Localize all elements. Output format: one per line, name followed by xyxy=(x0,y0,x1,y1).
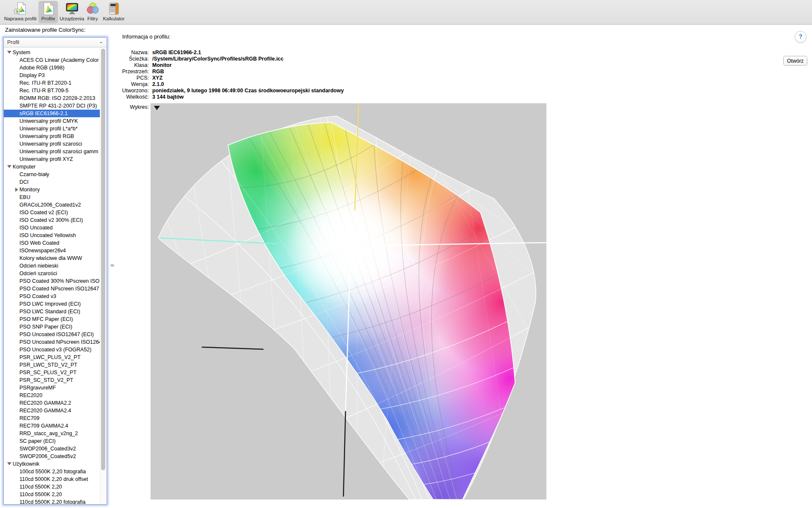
profile-row[interactable]: Odcień szarości xyxy=(4,270,100,277)
profile-info-heading: Informacja o profilu: xyxy=(122,33,170,40)
profile-row[interactable]: Monitory xyxy=(4,186,100,193)
toolbar-item-urzadzenia[interactable]: Urządzenia xyxy=(58,1,85,23)
profile-row[interactable]: PSO SNP Paper (ECI) xyxy=(4,323,100,331)
profile-row[interactable]: 110cd 5500K 2,20 xyxy=(4,483,100,491)
profile-row[interactable]: SWOP2006_Coated3v2 xyxy=(4,445,100,453)
list-scrollbar-thumb[interactable] xyxy=(101,49,105,470)
profile-row[interactable]: Uniwersalny profil XYZ xyxy=(4,155,100,163)
calculator-icon xyxy=(107,2,121,15)
profile-row[interactable]: PSO LWC Improved (ECI) xyxy=(4,300,100,308)
chart-row-label: Wykres: xyxy=(102,104,149,110)
profile-row[interactable]: Adobe RGB (1998) xyxy=(4,64,100,72)
info-field-value: Monitor xyxy=(152,62,172,69)
profile-row[interactable]: ISO Coated v2 (ECI) xyxy=(4,209,100,216)
profile-row[interactable]: sRGB IEC61966-2.1 xyxy=(4,110,100,117)
profile-row[interactable]: ISO Web Coated xyxy=(4,239,100,247)
profile-row[interactable]: GRACoL2006_Coated1v2 xyxy=(4,201,100,209)
profile-row[interactable]: Rec. ITU-R BT.709-5 xyxy=(4,87,100,94)
profile-row-label: Uniwersalny profil RGB xyxy=(19,133,74,140)
profile-row[interactable]: ISOnewspaper26v4 xyxy=(4,247,100,254)
profile-row[interactable]: PSO Uncoated ISO12647 (ECI) xyxy=(4,331,100,338)
profile-row-label: REC2020 xyxy=(19,392,42,399)
profile-row[interactable]: Display P3 xyxy=(4,72,100,79)
profile-row[interactable]: PSR_LWC_STD_V2_PT xyxy=(4,361,100,369)
profile-row[interactable]: Odcień niebieski xyxy=(4,262,100,270)
disclosure-open-icon[interactable] xyxy=(7,51,11,54)
profile-row[interactable]: REC709 xyxy=(4,414,100,422)
profile-row[interactable]: PSO LWC Standard (ECI) xyxy=(4,308,100,315)
profile-row[interactable]: PSR_SC_STD_V2_PT xyxy=(4,376,100,384)
toolbar-item-profile[interactable]: Profile xyxy=(38,1,58,23)
profile-row-label: Użytkownik xyxy=(13,460,39,468)
profile-row[interactable]: ISO Uncoated xyxy=(4,224,100,232)
profile-row[interactable]: RRD_stacc_avg_v2ng_2 xyxy=(4,430,100,437)
profile-group-row[interactable]: Komputer xyxy=(4,163,100,171)
repair-profiles-icon xyxy=(14,2,27,15)
profile-row-label: ISOnewspaper26v4 xyxy=(19,247,66,254)
pane-splitter-handle[interactable] xyxy=(110,264,114,267)
profile-row[interactable]: PSR_LWC_PLUS_V2_PT xyxy=(4,353,100,361)
profile-row[interactable]: PSO Coated 300% NPscreen ISO1 xyxy=(4,277,100,285)
profiles-column-header[interactable]: Profil ⌄ xyxy=(4,38,107,47)
profile-row[interactable]: SMPTE RP 431-2-2007 DCI (P3) xyxy=(4,102,100,110)
gamut-3d-plot[interactable] xyxy=(151,103,546,500)
open-button[interactable]: Otwórz xyxy=(783,56,807,66)
info-field-value: /System/Library/ColorSync/Profiles/sRGB … xyxy=(152,56,284,62)
profile-row[interactable]: REC709 GAMMA2.4 xyxy=(4,422,100,430)
profile-row[interactable]: DCI xyxy=(4,178,100,186)
profile-row[interactable]: Rec. ITU-R BT.2020-1 xyxy=(4,79,100,87)
toolbar-item-naprawa-profili[interactable]: Naprawa profili xyxy=(1,1,40,23)
profile-row[interactable]: PSO Uncoated v3 (FOGRA52) xyxy=(4,346,100,353)
profile-group-row[interactable]: Użytkownik xyxy=(4,460,100,468)
profile-row[interactable]: ROMM RGB: ISO 22028-2:2013 xyxy=(4,94,100,102)
profile-row[interactable]: PSO Coated NPscreen ISO12647 xyxy=(4,285,100,293)
profile-row[interactable]: REC2020 GAMMA2.4 xyxy=(4,407,100,414)
profile-row[interactable]: Uniwersalny profil L*a*b* xyxy=(4,125,100,133)
profile-row[interactable]: Uniwersalny profil CMYK xyxy=(4,117,100,125)
profile-row[interactable]: ACES CG Linear (Academy Color E xyxy=(4,56,100,64)
profile-row[interactable]: Uniwersalny profil szarości gamm xyxy=(4,148,100,155)
profile-row[interactable]: PSO Uncoated NPscreen ISO1264 xyxy=(4,338,100,346)
profile-row[interactable]: PSR_SC_PLUS_V2_PT xyxy=(4,369,100,376)
profile-row[interactable]: Kolory właściwe dla WWW xyxy=(4,254,100,262)
chart-type-dropdown-icon[interactable] xyxy=(154,106,160,110)
profile-row[interactable]: PSO Coated v3 xyxy=(4,293,100,300)
profile-row[interactable]: REC2020 xyxy=(4,392,100,399)
profile-row[interactable]: Uniwersalny profil szarości xyxy=(4,140,100,148)
profile-row-label: PSO Coated 300% NPscreen ISO1 xyxy=(19,277,100,285)
profile-row[interactable]: ISO Coated v2 300% (ECI) xyxy=(4,216,100,224)
help-button[interactable]: ? xyxy=(795,31,807,43)
profile-row-label: 110cd 5500K 2,20 fotografia xyxy=(19,498,85,504)
profile-row-label: Monitory xyxy=(19,186,40,193)
profile-row[interactable]: 110cd 5500K 2,20 fotografia xyxy=(4,498,100,504)
profile-row[interactable]: SWOP2006_Coated5v2 xyxy=(4,453,100,460)
profile-row[interactable]: 100cd 5500K 2,20 fotografia xyxy=(4,468,100,475)
profile-row[interactable]: 110cd 5000K 2,20 druk offset xyxy=(4,475,100,483)
profile-row[interactable]: SC paper (ECI) xyxy=(4,437,100,445)
list-scrollbar[interactable] xyxy=(100,48,106,504)
profile-row-label: Odcień niebieski xyxy=(19,262,58,270)
profile-row[interactable]: REC2020 GAMMA2.2 xyxy=(4,399,100,407)
profile-row-label: RRD_stacc_avg_v2ng_2 xyxy=(19,430,78,437)
profile-row-label: PSO LWC Improved (ECI) xyxy=(19,300,81,308)
info-field-label: Wielkość: xyxy=(102,94,149,100)
disclosure-open-icon[interactable] xyxy=(7,165,11,168)
toolbar: Naprawa profili Profile Urządzenia Filtr… xyxy=(0,0,812,25)
profile-row-label: PSR_SC_PLUS_V2_PT xyxy=(19,369,77,376)
profile-row[interactable]: ISO Uncoated Yellowish xyxy=(4,232,100,239)
profile-row[interactable]: 110cd 5500K 2,20 xyxy=(4,491,100,498)
profile-row[interactable]: Uniwersalny profil RGB xyxy=(4,133,100,140)
disclosure-closed-icon[interactable] xyxy=(15,188,18,192)
profile-row[interactable]: PSO MFC Paper (ECI) xyxy=(4,315,100,323)
profile-group-row[interactable]: System xyxy=(4,49,100,56)
profile-row-label: Uniwersalny profil CMYK xyxy=(19,117,78,125)
toolbar-item-filtry[interactable]: Filtry xyxy=(85,1,100,23)
gamut-chart-area[interactable] xyxy=(151,103,546,500)
toolbar-item-kalkulator[interactable]: Kalkulator xyxy=(101,1,127,23)
profile-row[interactable]: Czarno-biały xyxy=(4,171,100,178)
profile-row-label: PSO MFC Paper (ECI) xyxy=(19,315,73,323)
profile-row[interactable]: PSRgravureMF xyxy=(4,384,100,392)
disclosure-open-icon[interactable] xyxy=(7,462,11,465)
profile-row[interactable]: EBU xyxy=(4,193,100,201)
toolbar-label: Urządzenia xyxy=(60,16,84,21)
